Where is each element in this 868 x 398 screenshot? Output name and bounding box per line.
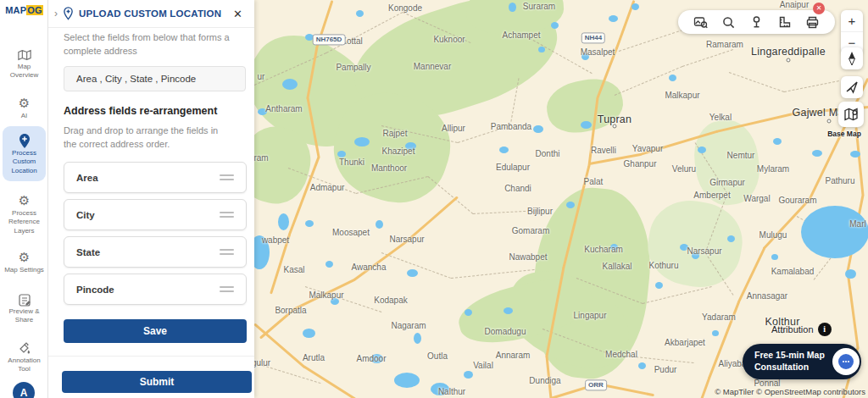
map-label: Kamalabad [771,267,815,276]
sidebar-item-process-custom-location[interactable]: Process Custom Location [3,126,46,181]
map-label: Edulapur [496,163,530,172]
collapse-chevron-icon[interactable]: › [52,8,60,19]
water-body [609,15,618,22]
attribution-control[interactable]: Attribution i [771,323,832,336]
rearrange-description: Drag and drop to arrange the fields in t… [64,124,231,152]
map-label: Medchal [605,350,637,359]
water-body [812,150,822,157]
drag-handle-icon[interactable] [220,284,234,295]
map-label: Yadaram [702,312,736,322]
map-label: Kasal [283,265,304,274]
drag-handle-icon[interactable] [220,209,234,220]
map-label: Akbarjapet [665,338,705,347]
compass-button[interactable] [841,47,863,69]
map-label: Arutla [303,353,325,362]
water-body [394,373,420,388]
map-label: Suraram [523,2,555,11]
water-body [801,206,868,258]
gear-icon: ⚙ [3,96,46,110]
field-card-state[interactable]: State [64,236,247,268]
marker-icon[interactable] [747,12,767,32]
map-label: Kongode [388,3,422,13]
app-root: KongodeSuraramAnaipurKottalKuknoorAchamp… [0,0,868,398]
map-label: Admapur [310,183,345,192]
map-label: Yelkal [709,113,732,122]
sidebar-item-map-overview[interactable]: Map Overview [3,47,46,80]
sidebar-item-preview-share[interactable]: Preview & Share [3,291,46,325]
drag-handle-icon[interactable] [220,246,234,257]
town-marker [827,119,832,124]
paint-icon [3,340,46,355]
map-label: Annasagar [747,291,787,301]
zoom-in-button[interactable]: + [841,10,863,32]
sidebar: MAPOG Map Overview ⚙ AI Process Custom L… [0,0,48,398]
ruler-icon[interactable] [775,12,795,32]
save-button[interactable]: Save [64,319,247,343]
map-label: Rajpet [383,129,408,138]
drag-handle-icon[interactable] [220,172,234,183]
close-icon[interactable]: ✕ [230,6,246,22]
map-label: Gomaram [512,226,549,235]
sidebar-item-process-reference-layers[interactable]: ⚙ Process Reference Layers [3,193,46,235]
map-label: Domadugu [485,327,526,336]
map-label: Kodapak [374,296,407,305]
field-card-area[interactable]: Area [64,162,247,193]
note-icon [3,291,46,306]
print-icon[interactable] [803,12,823,32]
water-body [850,151,860,158]
app-logo[interactable]: MAPOG [0,5,48,15]
map-label: Pampally [336,63,370,72]
map-canvas[interactable]: KongodeSuraramAnaipurKottalKuknoorAchamp… [254,0,868,398]
basemap-label: Base Map [821,130,868,138]
water-body [655,282,663,289]
map-label: Mylaram [757,164,789,174]
sidebar-item-annotation-tool[interactable]: Annotation Tool [3,340,46,374]
field-card-label: Area [76,173,220,183]
forest-patch [542,73,628,138]
panel-header: › UPLOAD CUSTOM LOCATION ✕ [48,0,254,28]
field-card-city[interactable]: City [64,199,247,230]
map-label: Narsapur [687,246,721,256]
map-label: Kothuru [648,261,678,270]
sidebar-item-map-settings[interactable]: ⚙ Map Settings [3,250,46,274]
water-body [712,330,719,336]
water-body [305,220,314,227]
map-label: Achampet [502,30,540,40]
map-label: Kallakal [602,262,632,271]
image-search-icon[interactable] [691,12,711,32]
submit-button[interactable]: Submit [62,371,252,393]
notification-badge[interactable]: ✕ [813,3,825,14]
pin-plus-icon [62,7,75,20]
map-label: Nagaram [391,321,426,330]
selected-fields-box[interactable]: Area , City , State , Pincode [64,66,246,91]
water-body [566,202,575,208]
map-label: Palat [584,177,604,186]
consultation-chat-button[interactable]: Free 15-min Map Consultation [743,344,861,379]
water-body [504,307,513,314]
user-avatar[interactable]: A [13,382,35,398]
field-card-label: State [76,247,220,257]
water-body [499,146,509,153]
map-label: Mulugu [760,230,787,240]
boundary-line [643,286,712,304]
search-icon[interactable] [719,12,739,32]
basemap-button[interactable] [838,102,864,127]
map-label: Anaipur [780,0,809,9]
info-icon[interactable]: i [818,323,832,336]
sidebar-item-ai[interactable]: ⚙ AI [3,96,46,120]
water-body [354,137,370,146]
water-body [282,79,298,90]
map-label: Bijlipur [527,207,553,216]
water-body [727,235,735,242]
map-label: Antharam [265,104,302,113]
field-card-pincode[interactable]: Pincode [64,274,247,305]
map-label: Yavapur [632,144,664,153]
road-line [303,365,356,398]
locate-button[interactable] [841,76,863,98]
water-body [407,269,418,277]
water-body [326,261,333,268]
water-body [414,333,421,344]
water-body [771,254,778,260]
forest-patch [642,194,748,294]
water-body [376,220,383,229]
